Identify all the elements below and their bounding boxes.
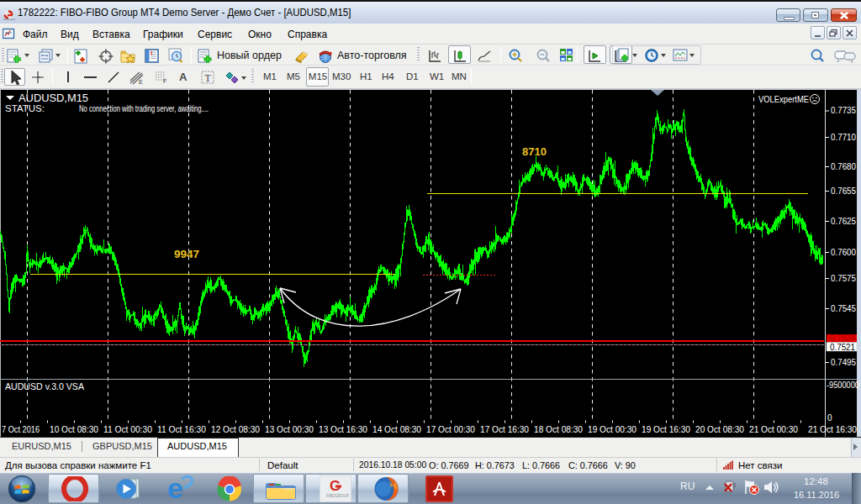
svg-text:20 Oct 08:30: 20 Oct 08:30: [695, 425, 744, 434]
svg-text:0.7600: 0.7600: [831, 248, 856, 257]
svg-text:21 Oct 16:30: 21 Oct 16:30: [808, 425, 857, 434]
svg-text:0.7655: 0.7655: [831, 186, 856, 196]
svg-text:-9500000: -9500000: [827, 381, 859, 390]
svg-text:14 Oct 08:30: 14 Oct 08:30: [372, 425, 421, 434]
svg-text:0.7710: 0.7710: [831, 133, 856, 142]
svg-text:VOLExpertME: VOLExpertME: [758, 94, 809, 104]
svg-text:0.7524: 0.7524: [830, 333, 855, 343]
svg-text:0.7735: 0.7735: [831, 106, 856, 115]
svg-text:E: E: [139, 79, 143, 85]
svg-text:F: F: [163, 78, 166, 84]
svg-text:10 Oct 08:30: 10 Oct 08:30: [50, 425, 98, 434]
svg-text:0.7625: 0.7625: [831, 217, 856, 226]
svg-text:19 Oct 16:30: 19 Oct 16:30: [642, 425, 690, 434]
svg-text:13 Oct 16:30: 13 Oct 16:30: [319, 425, 367, 434]
svg-text:AUDUSD,M15: AUDUSD,M15: [18, 92, 88, 104]
svg-text:13 Oct 00:30: 13 Oct 00:30: [265, 425, 314, 434]
svg-text:STATUS:: STATUS:: [5, 104, 45, 113]
svg-text:18 Oct 08:30: 18 Oct 08:30: [534, 425, 583, 434]
svg-text:11 Oct 00:30: 11 Oct 00:30: [103, 425, 152, 434]
svg-text:No connection with trading ser: No connection with trading server, await…: [79, 104, 209, 113]
svg-text:12 Oct 08:30: 12 Oct 08:30: [211, 425, 260, 434]
svg-text:17 Oct 00:30: 17 Oct 00:30: [426, 425, 475, 434]
svg-text:0.7495: 0.7495: [831, 358, 856, 367]
svg-text:0.7545: 0.7545: [831, 304, 856, 313]
svg-text:11 Oct 16:30: 11 Oct 16:30: [157, 425, 206, 434]
svg-text:7 Oct 2016: 7 Oct 2016: [2, 425, 40, 434]
svg-text:T: T: [205, 72, 212, 84]
svg-text:e: e: [167, 474, 183, 502]
svg-text:21 Oct 00:30: 21 Oct 00:30: [749, 425, 798, 434]
svg-text:0.7575: 0.7575: [831, 274, 856, 283]
svg-text:FIBOGROUP: FIBOGROUP: [326, 494, 349, 498]
svg-text:0.7680: 0.7680: [831, 162, 856, 171]
svg-text:17 Oct 16:30: 17 Oct 16:30: [480, 425, 529, 434]
svg-text:19 Oct 00:30: 19 Oct 00:30: [588, 425, 637, 434]
svg-text:0.7521: 0.7521: [830, 343, 855, 352]
svg-text:9947: 9947: [174, 249, 199, 260]
svg-text:AUDUSD v.3.0 VSA: AUDUSD v.3.0 VSA: [5, 381, 85, 391]
svg-text:0: 0: [827, 413, 832, 423]
svg-text:8710: 8710: [522, 146, 547, 158]
